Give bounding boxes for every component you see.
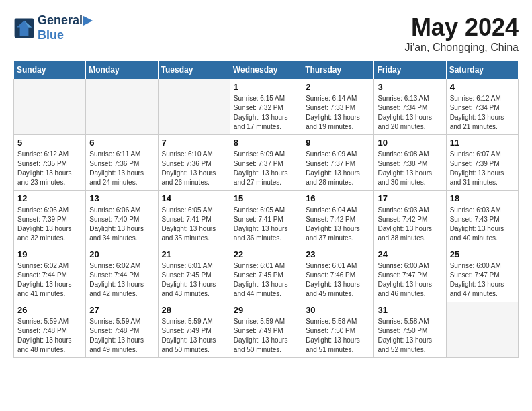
- month-title: May 2024: [405, 13, 519, 42]
- day-of-week-header: Monday: [86, 61, 158, 79]
- day-number: 26: [17, 305, 82, 315]
- day-number: 16: [306, 193, 370, 203]
- calendar-cell: 8Sunrise: 6:09 AM Sunset: 7:37 PM Daylig…: [230, 135, 302, 191]
- calendar-cell: 22Sunrise: 6:01 AM Sunset: 7:45 PM Dayli…: [230, 246, 302, 302]
- calendar-week-row: 19Sunrise: 6:02 AM Sunset: 7:44 PM Dayli…: [14, 246, 519, 302]
- day-info: Sunrise: 6:01 AM Sunset: 7:45 PM Dayligh…: [162, 261, 226, 299]
- day-number: 25: [450, 249, 515, 259]
- calendar-week-row: 1Sunrise: 6:15 AM Sunset: 7:32 PM Daylig…: [14, 79, 519, 135]
- calendar-cell: 2Sunrise: 6:14 AM Sunset: 7:33 PM Daylig…: [302, 79, 374, 135]
- calendar-cell: 12Sunrise: 6:06 AM Sunset: 7:39 PM Dayli…: [14, 191, 86, 246]
- calendar-cell: 30Sunrise: 5:58 AM Sunset: 7:50 PM Dayli…: [302, 302, 374, 358]
- day-info: Sunrise: 6:11 AM Sunset: 7:36 PM Dayligh…: [89, 150, 154, 187]
- day-info: Sunrise: 5:59 AM Sunset: 7:49 PM Dayligh…: [162, 317, 226, 355]
- calendar-cell: 7Sunrise: 6:10 AM Sunset: 7:36 PM Daylig…: [158, 135, 230, 191]
- day-number: 24: [378, 249, 442, 259]
- day-info: Sunrise: 5:58 AM Sunset: 7:50 PM Dayligh…: [378, 317, 442, 355]
- day-info: Sunrise: 5:58 AM Sunset: 7:50 PM Dayligh…: [306, 317, 370, 355]
- day-number: 5: [17, 138, 82, 148]
- day-info: Sunrise: 6:07 AM Sunset: 7:39 PM Dayligh…: [450, 150, 515, 187]
- calendar-table: SundayMondayTuesdayWednesdayThursdayFrid…: [13, 60, 519, 358]
- day-info: Sunrise: 6:05 AM Sunset: 7:41 PM Dayligh…: [162, 205, 226, 243]
- day-info: Sunrise: 6:03 AM Sunset: 7:43 PM Dayligh…: [450, 205, 515, 243]
- day-info: Sunrise: 6:00 AM Sunset: 7:47 PM Dayligh…: [450, 261, 515, 299]
- calendar-cell: 25Sunrise: 6:00 AM Sunset: 7:47 PM Dayli…: [446, 246, 518, 302]
- calendar-cell: 9Sunrise: 6:09 AM Sunset: 7:37 PM Daylig…: [302, 135, 374, 191]
- logo-text: General▶ Blue: [38, 13, 92, 42]
- day-info: Sunrise: 6:05 AM Sunset: 7:41 PM Dayligh…: [234, 205, 298, 243]
- calendar-cell: 1Sunrise: 6:15 AM Sunset: 7:32 PM Daylig…: [230, 79, 302, 135]
- logo-icon: [13, 17, 35, 39]
- day-number: 30: [306, 305, 370, 315]
- day-number: 17: [378, 193, 442, 203]
- calendar-week-row: 26Sunrise: 5:59 AM Sunset: 7:48 PM Dayli…: [14, 302, 519, 358]
- calendar-cell: 11Sunrise: 6:07 AM Sunset: 7:39 PM Dayli…: [446, 135, 518, 191]
- day-info: Sunrise: 6:15 AM Sunset: 7:32 PM Dayligh…: [234, 94, 298, 132]
- day-info: Sunrise: 6:12 AM Sunset: 7:34 PM Dayligh…: [450, 94, 515, 132]
- day-of-week-header: Tuesday: [158, 61, 230, 79]
- day-number: 31: [378, 305, 442, 315]
- day-number: 15: [234, 193, 298, 203]
- day-info: Sunrise: 6:13 AM Sunset: 7:34 PM Dayligh…: [378, 94, 442, 132]
- day-number: 29: [234, 305, 298, 315]
- calendar-week-row: 12Sunrise: 6:06 AM Sunset: 7:39 PM Dayli…: [14, 191, 519, 246]
- calendar-cell: 13Sunrise: 6:06 AM Sunset: 7:40 PM Dayli…: [86, 191, 158, 246]
- day-number: 13: [89, 193, 154, 203]
- calendar-header-row: SundayMondayTuesdayWednesdayThursdayFrid…: [14, 61, 519, 79]
- day-number: 2: [306, 82, 370, 92]
- day-info: Sunrise: 6:12 AM Sunset: 7:35 PM Dayligh…: [17, 150, 82, 187]
- day-number: 11: [450, 138, 515, 148]
- day-number: 18: [450, 193, 515, 203]
- day-number: 8: [234, 138, 298, 148]
- calendar-cell: 6Sunrise: 6:11 AM Sunset: 7:36 PM Daylig…: [86, 135, 158, 191]
- day-number: 4: [450, 82, 515, 92]
- calendar-cell: 15Sunrise: 6:05 AM Sunset: 7:41 PM Dayli…: [230, 191, 302, 246]
- day-number: 1: [234, 82, 298, 92]
- calendar-cell: 27Sunrise: 5:59 AM Sunset: 7:48 PM Dayli…: [86, 302, 158, 358]
- day-info: Sunrise: 5:59 AM Sunset: 7:49 PM Dayligh…: [234, 317, 298, 355]
- day-info: Sunrise: 6:03 AM Sunset: 7:42 PM Dayligh…: [378, 205, 442, 243]
- calendar-cell: [446, 302, 518, 358]
- calendar-cell: 17Sunrise: 6:03 AM Sunset: 7:42 PM Dayli…: [374, 191, 446, 246]
- day-info: Sunrise: 6:09 AM Sunset: 7:37 PM Dayligh…: [234, 150, 298, 187]
- day-of-week-header: Wednesday: [230, 61, 302, 79]
- day-info: Sunrise: 6:02 AM Sunset: 7:44 PM Dayligh…: [17, 261, 82, 299]
- calendar-cell: 20Sunrise: 6:02 AM Sunset: 7:44 PM Dayli…: [86, 246, 158, 302]
- day-number: 19: [17, 249, 82, 259]
- day-number: 28: [162, 305, 226, 315]
- page-header: General▶ Blue May 2024 Ji'an, Chongqing,…: [13, 13, 519, 54]
- calendar-cell: 10Sunrise: 6:08 AM Sunset: 7:38 PM Dayli…: [374, 135, 446, 191]
- day-number: 6: [89, 138, 154, 148]
- day-info: Sunrise: 6:00 AM Sunset: 7:47 PM Dayligh…: [378, 261, 442, 299]
- calendar-cell: 28Sunrise: 5:59 AM Sunset: 7:49 PM Dayli…: [158, 302, 230, 358]
- day-number: 20: [89, 249, 154, 259]
- day-info: Sunrise: 6:02 AM Sunset: 7:44 PM Dayligh…: [89, 261, 154, 299]
- day-info: Sunrise: 6:04 AM Sunset: 7:42 PM Dayligh…: [306, 205, 370, 243]
- day-of-week-header: Sunday: [14, 61, 86, 79]
- day-info: Sunrise: 6:06 AM Sunset: 7:39 PM Dayligh…: [17, 205, 82, 243]
- calendar-cell: [86, 79, 158, 135]
- calendar-cell: 21Sunrise: 6:01 AM Sunset: 7:45 PM Dayli…: [158, 246, 230, 302]
- calendar-cell: 19Sunrise: 6:02 AM Sunset: 7:44 PM Dayli…: [14, 246, 86, 302]
- location: Ji'an, Chongqing, China: [405, 42, 519, 54]
- calendar-cell: 18Sunrise: 6:03 AM Sunset: 7:43 PM Dayli…: [446, 191, 518, 246]
- day-number: 21: [162, 249, 226, 259]
- calendar-cell: [14, 79, 86, 135]
- day-of-week-header: Thursday: [302, 61, 374, 79]
- day-info: Sunrise: 5:59 AM Sunset: 7:48 PM Dayligh…: [17, 317, 82, 355]
- day-info: Sunrise: 5:59 AM Sunset: 7:48 PM Dayligh…: [89, 317, 154, 355]
- day-of-week-header: Saturday: [446, 61, 518, 79]
- logo: General▶ Blue: [13, 13, 92, 42]
- calendar-week-row: 5Sunrise: 6:12 AM Sunset: 7:35 PM Daylig…: [14, 135, 519, 191]
- calendar-cell: 29Sunrise: 5:59 AM Sunset: 7:49 PM Dayli…: [230, 302, 302, 358]
- day-number: 7: [162, 138, 226, 148]
- day-info: Sunrise: 6:14 AM Sunset: 7:33 PM Dayligh…: [306, 94, 370, 132]
- day-info: Sunrise: 6:10 AM Sunset: 7:36 PM Dayligh…: [162, 150, 226, 187]
- day-info: Sunrise: 6:01 AM Sunset: 7:46 PM Dayligh…: [306, 261, 370, 299]
- calendar-cell: 26Sunrise: 5:59 AM Sunset: 7:48 PM Dayli…: [14, 302, 86, 358]
- calendar-cell: 5Sunrise: 6:12 AM Sunset: 7:35 PM Daylig…: [14, 135, 86, 191]
- day-number: 27: [89, 305, 154, 315]
- calendar-cell: 24Sunrise: 6:00 AM Sunset: 7:47 PM Dayli…: [374, 246, 446, 302]
- day-info: Sunrise: 6:09 AM Sunset: 7:37 PM Dayligh…: [306, 150, 370, 187]
- calendar-cell: 31Sunrise: 5:58 AM Sunset: 7:50 PM Dayli…: [374, 302, 446, 358]
